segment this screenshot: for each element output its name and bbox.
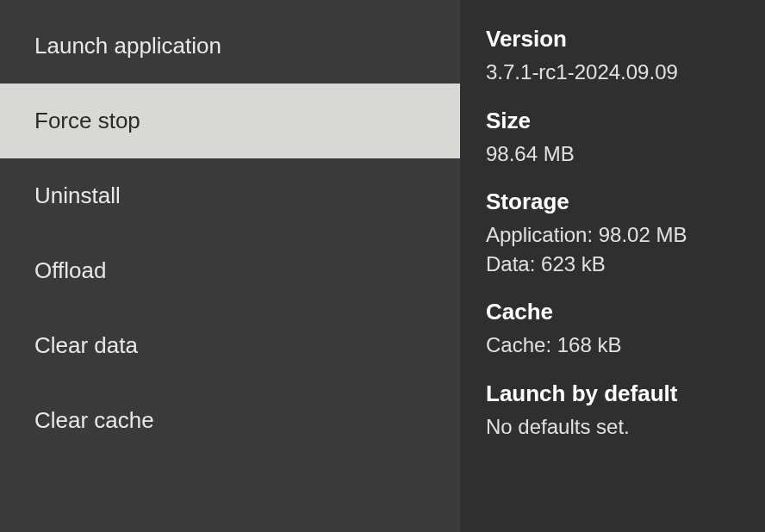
app-settings-container: Launch application Force stop Uninstall … bbox=[0, 0, 765, 532]
cache-label: Cache: bbox=[486, 333, 551, 356]
size-block: Size 98.64 MB bbox=[486, 108, 741, 169]
details-panel: Version 3.7.1-rc1-2024.09.09 Size 98.64 … bbox=[460, 0, 765, 532]
menu-uninstall[interactable]: Uninstall bbox=[0, 158, 460, 233]
storage-application-value: 98.02 MB bbox=[599, 223, 687, 246]
version-block: Version 3.7.1-rc1-2024.09.09 bbox=[486, 26, 741, 87]
cache-value-row: Cache: 168 kB bbox=[486, 331, 741, 360]
menu-item-label: Offload bbox=[34, 257, 106, 283]
launch-default-heading: Launch by default bbox=[486, 380, 741, 407]
cache-value: 168 kB bbox=[557, 333, 622, 356]
storage-application-label: Application: bbox=[486, 223, 593, 246]
version-value: 3.7.1-rc1-2024.09.09 bbox=[486, 58, 741, 87]
menu-launch-application[interactable]: Launch application bbox=[0, 9, 460, 84]
storage-application: Application: 98.02 MB bbox=[486, 220, 741, 250]
storage-data-label: Data: bbox=[486, 252, 535, 275]
menu-clear-cache[interactable]: Clear cache bbox=[0, 383, 460, 458]
storage-block: Storage Application: 98.02 MB Data: 623 … bbox=[486, 189, 741, 278]
menu-offload[interactable]: Offload bbox=[0, 233, 460, 308]
storage-data-value: 623 kB bbox=[541, 252, 606, 275]
storage-data: Data: 623 kB bbox=[486, 250, 741, 279]
menu-item-label: Clear cache bbox=[34, 407, 154, 433]
storage-heading: Storage bbox=[486, 189, 741, 215]
cache-block: Cache Cache: 168 kB bbox=[486, 299, 741, 360]
menu-clear-data[interactable]: Clear data bbox=[0, 308, 460, 383]
menu-item-label: Clear data bbox=[34, 332, 138, 358]
launch-default-block: Launch by default No defaults set. bbox=[486, 380, 741, 442]
launch-default-value: No defaults set. bbox=[486, 412, 741, 442]
cache-heading: Cache bbox=[486, 299, 741, 325]
menu-force-stop[interactable]: Force stop bbox=[0, 84, 460, 158]
size-value: 98.64 MB bbox=[486, 139, 741, 169]
size-heading: Size bbox=[486, 108, 741, 134]
menu-item-label: Launch application bbox=[34, 33, 221, 59]
menu-panel: Launch application Force stop Uninstall … bbox=[0, 0, 460, 532]
version-heading: Version bbox=[486, 26, 741, 53]
menu-item-label: Uninstall bbox=[34, 182, 121, 208]
menu-item-label: Force stop bbox=[34, 108, 140, 133]
